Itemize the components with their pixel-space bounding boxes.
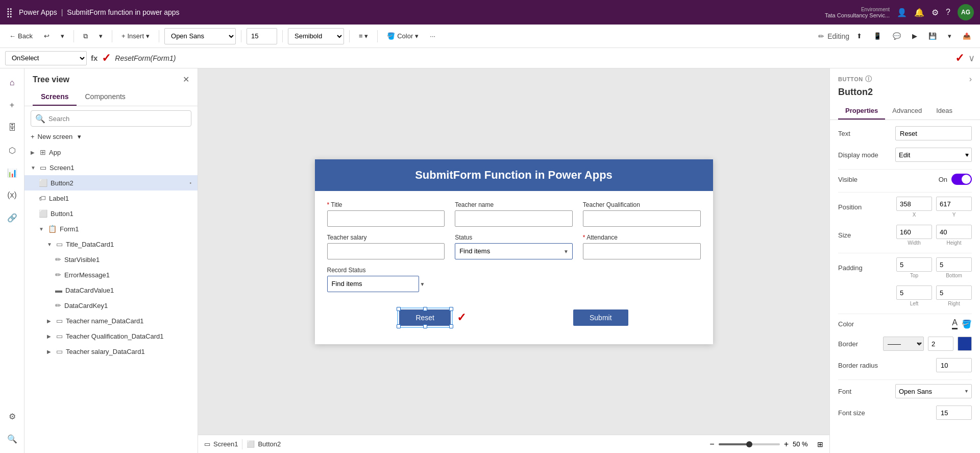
form-input-teachersalary[interactable]	[327, 243, 445, 259]
size-height-input[interactable]	[936, 225, 972, 239]
tree-item-button1[interactable]: ⬜ Button1	[24, 206, 198, 221]
form-input-teacherqual[interactable]	[583, 210, 701, 227]
tree-item-teacherqual-dc[interactable]: ▶ ▭ Teacher Qualification_DataCard1	[24, 328, 198, 344]
form-select-recordstatus[interactable]: Find items	[327, 276, 419, 292]
padding-top-input[interactable]	[896, 257, 932, 272]
sidebar-connections-icon[interactable]: 🔗	[2, 207, 22, 228]
screen1-tab[interactable]: ▭ Screen1	[204, 440, 238, 448]
play-button[interactable]: ▶	[908, 28, 921, 44]
copy-button[interactable]: ⧉	[79, 28, 92, 44]
undo-button[interactable]: ↩	[40, 28, 54, 44]
back-button[interactable]: ← Back	[5, 28, 37, 44]
form-input-teachername[interactable]	[455, 210, 573, 227]
color-bucket-icon[interactable]: 🪣	[962, 319, 972, 329]
more-button[interactable]: ···	[426, 28, 439, 44]
zoom-plus-button[interactable]: +	[784, 440, 789, 449]
sidebar-components-icon[interactable]: ⬡	[2, 140, 22, 160]
color-a-icon[interactable]: A	[952, 318, 958, 329]
sidebar-insert-icon[interactable]: +	[2, 95, 22, 115]
border-width-input[interactable]	[928, 337, 953, 351]
padding-right-input[interactable]	[936, 285, 972, 300]
reset-button[interactable]: Reset	[399, 309, 451, 326]
prop-text-input[interactable]	[895, 126, 972, 140]
button2-tab[interactable]: ⬜ Button2	[247, 440, 281, 448]
pos-x-input[interactable]	[896, 197, 932, 211]
submit-button[interactable]: Submit	[573, 309, 628, 326]
form-select-status[interactable]: Find items	[455, 243, 573, 259]
avatar[interactable]: AG	[958, 4, 974, 20]
formula-expand[interactable]: ∨	[968, 53, 975, 64]
zoom-minus-button[interactable]: −	[709, 440, 714, 449]
font-select[interactable]: Open Sans	[164, 28, 236, 44]
save-dropdown[interactable]: ▾	[944, 28, 955, 44]
tree-item-form1[interactable]: ▼ 📋 Form1	[24, 221, 198, 236]
sidebar-data-icon[interactable]: 🗄	[2, 117, 22, 138]
tree-item-app[interactable]: ▶ ⊞ App	[24, 145, 198, 160]
tab-components[interactable]: Components	[77, 88, 133, 106]
notification-icon[interactable]: 🔔	[914, 8, 924, 17]
font-size-prop-input[interactable]	[936, 406, 972, 420]
insert-button[interactable]: + Insert ▾	[117, 28, 154, 44]
sidebar-analytics-icon[interactable]: 📊	[2, 162, 22, 183]
tab-advanced[interactable]: Advanced	[885, 103, 929, 120]
form-label-recordstatus: Record Status	[327, 267, 429, 274]
form-label-teacherqual: Teacher Qualification	[583, 201, 701, 208]
app-header-title: SubmitForm Function in Power Apps	[415, 169, 612, 181]
form-input-attendance[interactable]	[583, 243, 701, 259]
tab-screens[interactable]: Screens	[33, 88, 77, 106]
tree-item-title-datacard[interactable]: ▼ ▭ Title_DataCard1	[24, 236, 198, 252]
tree-item-starvisible1[interactable]: ✏ StarVisible1	[24, 252, 198, 267]
sidebar-variables-icon[interactable]: (x)	[2, 185, 22, 205]
handle-bm	[423, 324, 427, 328]
font-size-input[interactable]	[247, 28, 277, 44]
font-weight-select[interactable]: Semibold	[288, 28, 344, 44]
phone-button[interactable]: 📱	[869, 28, 886, 44]
help-icon[interactable]: ?	[946, 8, 950, 17]
tree-close-button[interactable]: ✕	[183, 75, 189, 84]
tree-item-label1[interactable]: 🏷 Label1	[24, 190, 198, 206]
apps-grid-icon[interactable]: ⣿	[6, 7, 13, 18]
tree-item-teachername-dc[interactable]: ▶ ▭ Teacher name_DataCard1	[24, 313, 198, 328]
tab-properties[interactable]: Properties	[838, 103, 885, 120]
tree-item-button2[interactable]: ⬜ Button2 •	[24, 175, 198, 190]
tree-item-screen1[interactable]: ▼ ▭ Screen1	[24, 160, 198, 175]
new-screen-button[interactable]: + New screen ▾	[24, 131, 198, 142]
copy-dropdown[interactable]: ▾	[95, 28, 107, 44]
comment-button[interactable]: 💬	[889, 28, 905, 44]
prop-displaymode-select[interactable]: Edit	[895, 148, 972, 162]
formula-input[interactable]	[115, 51, 951, 65]
undo-dropdown[interactable]: ▾	[57, 28, 68, 44]
align-button[interactable]: ≡ ▾	[355, 28, 372, 44]
form-input-title[interactable]	[327, 210, 445, 227]
color-button[interactable]: 🪣 Color ▾	[383, 28, 423, 44]
tree-item-datacardvalue1[interactable]: ▬ DataCardValue1	[24, 282, 198, 298]
back-arrow-icon: ←	[9, 32, 16, 40]
collapse-panel-button[interactable]: ›	[969, 75, 972, 84]
border-radius-input[interactable]	[936, 358, 972, 372]
visible-toggle[interactable]	[951, 174, 972, 185]
property-select[interactable]: OnSelect	[5, 51, 87, 65]
prop-font-select[interactable]: Open Sans	[895, 384, 972, 398]
border-color-swatch[interactable]	[958, 337, 972, 351]
zoom-slider[interactable]	[719, 443, 780, 445]
prop-padding-label-row: Padding Top Bottom	[838, 257, 972, 278]
tree-item-errormessage1[interactable]: ✏ ErrorMessage1	[24, 267, 198, 282]
sidebar-settings-icon[interactable]: ⚙	[2, 406, 22, 426]
tab-ideas[interactable]: Ideas	[929, 103, 960, 120]
padding-bottom-input[interactable]	[936, 257, 972, 272]
size-width-input[interactable]	[896, 225, 932, 239]
sidebar-home-icon[interactable]: ⌂	[2, 73, 22, 93]
tree-item-teachersalary-dc[interactable]: ▶ ▭ Teacher salary_DataCard1	[24, 344, 198, 359]
fit-screen-icon[interactable]: ⊞	[817, 440, 823, 448]
settings-icon[interactable]: ⚙	[932, 8, 939, 17]
share-button[interactable]: ⬆	[852, 28, 866, 44]
padding-left-input[interactable]	[896, 285, 932, 300]
prop-borderradius-row: Border radius	[838, 358, 972, 372]
pos-y-input[interactable]	[936, 197, 972, 211]
save-button[interactable]: 💾	[924, 28, 941, 44]
tree-item-datacardkey1[interactable]: ✏ DataCardKey1	[24, 298, 198, 313]
publish-button[interactable]: 📤	[959, 28, 975, 44]
info-icon: ⓘ	[865, 75, 872, 84]
tree-search-input[interactable]	[48, 115, 187, 123]
sidebar-search-icon[interactable]: 🔍	[2, 428, 22, 449]
